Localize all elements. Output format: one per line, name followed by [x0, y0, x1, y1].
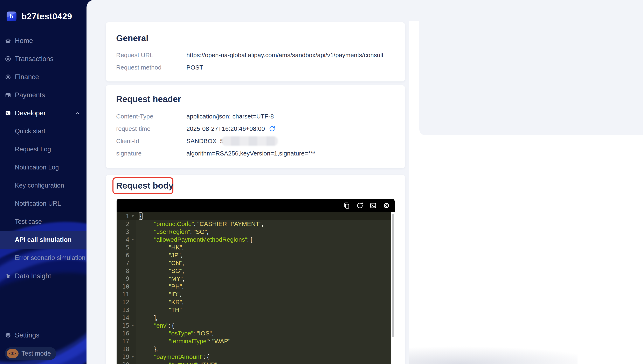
- sidebar-item-test-case[interactable]: Test case: [0, 213, 87, 231]
- line-number: 8: [117, 267, 129, 275]
- code-line: 10 "PH",: [117, 282, 391, 290]
- code-content: "JP",: [136, 251, 391, 259]
- refresh-time-icon[interactable]: [269, 125, 276, 132]
- sidebar-item-key-configuration[interactable]: Key configuration: [0, 176, 87, 194]
- merchant-logo[interactable]: b: [7, 12, 17, 22]
- sidebar-item-finance[interactable]: Finance: [0, 68, 87, 86]
- line-number: 13: [117, 306, 129, 314]
- fold-arrow-icon[interactable]: ▾: [129, 212, 136, 220]
- copy-icon[interactable]: [343, 202, 351, 209]
- code-line: 8 "SG",: [117, 267, 391, 275]
- gutter-cell: 19▾: [117, 353, 136, 361]
- sidebar-item-quick-start[interactable]: Quick start: [0, 122, 87, 140]
- field-label: signature: [116, 147, 186, 160]
- sidebar-item-payments[interactable]: Payments: [0, 86, 87, 104]
- sidebar-item-settings[interactable]: Settings: [0, 326, 87, 344]
- sidebar-item-label: Transactions: [15, 55, 54, 63]
- fold-spacer: [129, 259, 136, 267]
- token-key: "userRegion": [154, 228, 190, 235]
- content-type-row: Content-Type application/json; charset=U…: [116, 110, 397, 122]
- fold-spacer: [129, 220, 136, 228]
- settings-icon[interactable]: [382, 202, 390, 209]
- fold-spacer: [129, 361, 136, 364]
- code-content: "currency": "THB": [136, 361, 391, 364]
- token-str: "CASHIER_PAYMENT": [197, 220, 262, 227]
- sidebar-item-developer[interactable]: Developer: [0, 104, 87, 122]
- token-str: "HK": [169, 244, 182, 251]
- sidebar-item-api-call-simulation[interactable]: API call simulation: [0, 231, 87, 249]
- token-punc: },: [154, 346, 158, 352]
- sidebar-item-home[interactable]: Home: [0, 32, 87, 50]
- token-punc: :: [209, 338, 212, 344]
- test-mode-pill[interactable]: </> Test mode: [5, 347, 56, 360]
- developer-icon: [5, 110, 12, 116]
- editor-code-area[interactable]: 1▾{2 "productCode": "CASHIER_PAYMENT",3 …: [117, 212, 391, 364]
- line-number: 3: [117, 228, 129, 236]
- sidebar-item-data-insight[interactable]: Data Insight: [0, 267, 87, 285]
- payments-icon: [5, 92, 12, 98]
- terminal-icon[interactable]: [369, 202, 377, 209]
- indent-guide: [151, 251, 151, 259]
- code-content: "ID",: [136, 290, 391, 298]
- request-time-value: 2025-08-27T16:20:46+08:00: [186, 122, 265, 135]
- token-punc: :: [190, 228, 193, 235]
- line-number: 12: [117, 298, 129, 306]
- gutter-cell: 18: [117, 345, 136, 353]
- sidebar-subitem-label: Notification Log: [15, 164, 59, 171]
- gutter-cell: 14: [117, 314, 136, 322]
- code-line: 5 "HK",: [117, 244, 391, 251]
- token-key: "osType": [169, 330, 193, 337]
- sidebar-item-label: Home: [15, 37, 33, 45]
- sidebar-item-label: Finance: [15, 73, 39, 81]
- indent-guide: [151, 306, 151, 314]
- scrollbar-thumb[interactable]: [392, 214, 394, 337]
- code-line: 6 "JP",: [117, 251, 391, 259]
- editor-scrollbar[interactable]: [391, 212, 395, 364]
- code-content: "paymentAmount": {: [136, 353, 391, 361]
- code-line: 18 },: [117, 345, 391, 353]
- line-number: 7: [117, 259, 129, 267]
- fold-spacer: [129, 345, 136, 353]
- transactions-icon: [5, 55, 12, 62]
- sidebar-item-notification-log[interactable]: Notification Log: [0, 158, 87, 176]
- code-badge-icon: </>: [7, 349, 19, 358]
- line-number: 20: [117, 361, 129, 364]
- field-label: Request method: [116, 61, 186, 74]
- sidebar-item-label: Data Insight: [15, 272, 51, 280]
- code-content: "userRegion": "SG",: [136, 228, 391, 236]
- indent-guide: [151, 282, 151, 290]
- code-line: 11 "ID",: [117, 290, 391, 298]
- indent-guide: [151, 275, 151, 282]
- settings-icon: [5, 332, 12, 339]
- code-content: "terminalType": "WAP": [136, 337, 391, 345]
- fold-spacer: [129, 267, 136, 275]
- sidebar-subitem-label: Test case: [15, 218, 42, 226]
- general-title: General: [116, 33, 148, 43]
- line-number: 4: [117, 236, 129, 244]
- code-content: {: [136, 212, 391, 220]
- code-content: },: [136, 345, 391, 353]
- code-content: "MY",: [136, 275, 391, 282]
- line-number: 16: [117, 330, 129, 337]
- general-card: General Request URL https://open-na-glob…: [106, 22, 405, 82]
- sidebar-item-notification-url[interactable]: Notification URL: [0, 194, 87, 213]
- token-str: "WAP": [212, 338, 231, 344]
- refresh-icon[interactable]: [356, 202, 364, 209]
- fold-arrow-icon[interactable]: ▾: [129, 322, 136, 330]
- code-line: 2 "productCode": "CASHIER_PAYMENT",: [117, 220, 391, 228]
- code-line: 20 "currency": "THB": [117, 361, 391, 364]
- fold-arrow-icon[interactable]: ▾: [129, 236, 136, 244]
- sidebar-item-request-log[interactable]: Request Log: [0, 140, 87, 158]
- fold-arrow-icon[interactable]: ▾: [129, 353, 136, 361]
- token-punc: ,: [181, 252, 182, 258]
- token-punc: ,: [262, 220, 263, 227]
- sidebar: b b27test0429 HomeTransactionsFinancePay…: [0, 0, 87, 364]
- signature-row: signature algorithm=RSA256,keyVersion=1,…: [116, 147, 397, 160]
- token-key: "terminalType": [169, 338, 209, 344]
- sidebar-footer-nav: Settings: [0, 326, 87, 344]
- token-punc: ,: [182, 244, 183, 251]
- sidebar-item-transactions[interactable]: Transactions: [0, 50, 87, 68]
- sidebar-item-error-scenario-simulation[interactable]: Error scenario simulation: [0, 249, 87, 267]
- content-type-value: application/json; charset=UTF-8: [186, 110, 274, 122]
- token-str: "TH": [169, 306, 182, 313]
